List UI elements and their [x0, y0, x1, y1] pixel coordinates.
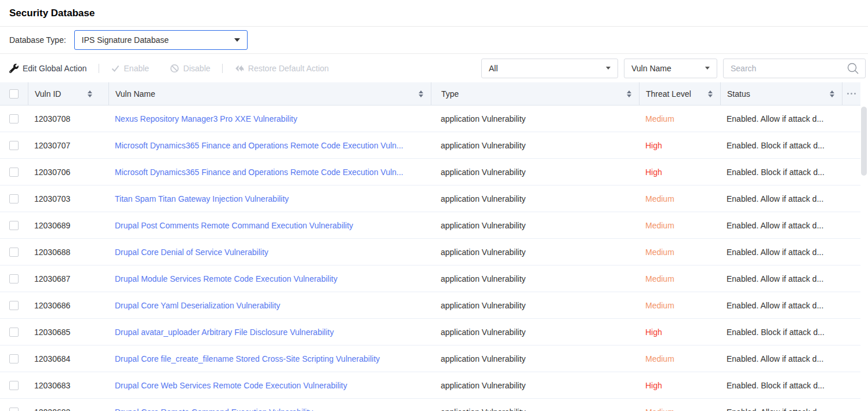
toolbar-divider [99, 64, 99, 73]
vuln-name-link[interactable]: Drupal avatar_uploader Arbitrary File Di… [115, 328, 334, 337]
row-checkbox[interactable] [9, 168, 19, 177]
status-cell: Enabled. Allow if attack d... [720, 194, 842, 203]
page-header: Security Database [0, 0, 868, 27]
sort-icon[interactable] [88, 90, 92, 97]
type-cell: application Vulnerability [431, 381, 639, 390]
vuln-name-cell: Microsoft Dynamics365 Finance and Operat… [108, 168, 431, 177]
column-label: Vuln Name [115, 89, 155, 99]
threat-level-cell: Medium [639, 248, 720, 257]
database-type-select[interactable]: IPS Signature Database [74, 30, 248, 50]
row-checkbox[interactable] [9, 381, 19, 390]
table-row: 12030683 Drupal Core Web Services Remote… [0, 372, 860, 399]
scope-filter-value: All [489, 64, 498, 73]
vuln-name-link[interactable]: Microsoft Dynamics365 Finance and Operat… [115, 141, 404, 150]
type-cell: application Vulnerability [431, 194, 639, 203]
vuln-name-link[interactable]: Drupal Core Yaml Deserialization Vulnera… [115, 301, 280, 310]
row-checkbox-cell [0, 274, 28, 283]
vuln-id-cell: 12030706 [28, 168, 108, 177]
row-checkbox[interactable] [9, 248, 19, 257]
enable-button[interactable]: Enable [111, 64, 150, 73]
search-field-value: Vuln Name [631, 64, 671, 73]
status-cell: Enabled. Allow if attack d... [720, 221, 842, 230]
column-header-vuln-id[interactable]: Vuln ID [28, 82, 108, 105]
vuln-id-cell: 12030683 [28, 381, 108, 390]
enable-label: Enable [124, 64, 150, 73]
search-input[interactable] [731, 64, 847, 73]
column-settings-icon[interactable] [847, 93, 856, 94]
row-checkbox[interactable] [9, 194, 19, 203]
sort-icon[interactable] [830, 90, 834, 97]
vuln-name-link[interactable]: Drupal Module Services Remote Code Execu… [115, 274, 337, 283]
row-checkbox[interactable] [9, 408, 19, 411]
vuln-name-cell: Drupal Post Comments Remote Command Exec… [108, 221, 431, 230]
status-cell: Enabled. Allow if attack d... [720, 274, 842, 283]
sort-icon[interactable] [708, 90, 713, 97]
table-row: 12030708 Nexus Repository Manager3 Pro X… [0, 106, 860, 132]
vuln-name-cell: Drupal Module Services Remote Code Execu… [108, 274, 431, 283]
type-cell: application Vulnerability [431, 354, 639, 363]
threat-level-cell: Medium [639, 114, 720, 123]
page-title: Security Database [9, 8, 868, 19]
vuln-id-cell: 12030687 [28, 274, 108, 283]
type-cell: application Vulnerability [431, 221, 639, 230]
chevron-down-icon [234, 38, 240, 42]
column-label: Threat Level [646, 89, 691, 99]
column-header-threat-level[interactable]: Threat Level [639, 82, 720, 105]
search-icon[interactable] [847, 62, 859, 75]
column-label: Vuln ID [35, 89, 61, 99]
threat-level-cell: High [639, 381, 720, 390]
vuln-id-cell: 12030707 [28, 141, 108, 150]
threat-level-cell: Medium [639, 221, 720, 230]
threat-level-cell: Medium [639, 354, 720, 363]
restore-default-action-button[interactable]: Restore Default Action [234, 64, 329, 73]
select-all-checkbox[interactable] [9, 89, 19, 99]
sort-icon[interactable] [419, 90, 423, 97]
scope-filter-select[interactable]: All [481, 59, 618, 78]
disable-button[interactable]: Disable [170, 64, 210, 73]
table-row: 12030689 Drupal Post Comments Remote Com… [0, 212, 860, 239]
sort-icon[interactable] [627, 90, 631, 97]
vuln-name-link[interactable]: Drupal Core Remote Command Execution Vul… [115, 408, 313, 411]
edit-global-action-button[interactable]: Edit Global Action [9, 64, 87, 73]
status-cell: Enabled. Allow if attack d... [720, 301, 842, 310]
vuln-name-link[interactable]: Drupal Core file_create_filename Stored … [115, 354, 380, 363]
table-row: 12030688 Drupal Core Denial of Service V… [0, 239, 860, 265]
row-checkbox[interactable] [9, 354, 19, 363]
edit-global-action-label: Edit Global Action [23, 64, 87, 73]
vuln-id-cell: 12030688 [28, 248, 108, 257]
row-checkbox[interactable] [9, 274, 19, 283]
column-header-type[interactable]: Type [431, 82, 639, 105]
vuln-name-link[interactable]: Microsoft Dynamics365 Finance and Operat… [115, 168, 404, 177]
row-checkbox-cell [0, 301, 28, 310]
database-type-value: IPS Signature Database [82, 35, 169, 45]
chevron-down-icon [606, 67, 611, 70]
threat-level-cell: Medium [639, 194, 720, 203]
restore-default-action-label: Restore Default Action [248, 64, 329, 73]
row-checkbox[interactable] [9, 114, 19, 123]
row-checkbox[interactable] [9, 221, 19, 230]
table-row: 12030684 Drupal Core file_create_filenam… [0, 345, 860, 372]
vertical-scrollbar-thumb[interactable] [861, 107, 867, 176]
vuln-name-link[interactable]: Drupal Core Denial of Service Vulnerabil… [115, 248, 268, 257]
vuln-name-link[interactable]: Titan Spam Titan Gateway Injection Vulne… [115, 194, 289, 203]
row-checkbox[interactable] [9, 328, 19, 337]
status-cell: Enabled. Allow if attack d... [720, 408, 842, 411]
database-type-label: Database Type: [9, 35, 66, 45]
column-header-vuln-name[interactable]: Vuln Name [108, 82, 431, 105]
search-field-select[interactable]: Vuln Name [624, 59, 717, 78]
threat-level-cell: High [639, 168, 720, 177]
vuln-id-cell: 12030708 [28, 114, 108, 123]
vuln-name-link[interactable]: Nexus Repository Manager3 Pro XXE Vulner… [115, 114, 297, 123]
column-label: Status [727, 89, 750, 99]
row-checkbox-cell [0, 221, 28, 230]
row-checkbox[interactable] [9, 301, 19, 310]
status-cell: Enabled. Block if attack d... [720, 381, 842, 390]
row-checkbox[interactable] [9, 141, 19, 150]
type-cell: application Vulnerability [431, 328, 639, 337]
status-cell: Enabled. Block if attack d... [720, 328, 842, 337]
vuln-name-link[interactable]: Drupal Post Comments Remote Command Exec… [115, 221, 353, 230]
status-cell: Enabled. Allow if attack d... [720, 354, 842, 363]
column-settings-cell [842, 82, 860, 105]
vuln-name-link[interactable]: Drupal Core Web Services Remote Code Exe… [115, 381, 347, 390]
column-header-status[interactable]: Status [720, 82, 842, 105]
